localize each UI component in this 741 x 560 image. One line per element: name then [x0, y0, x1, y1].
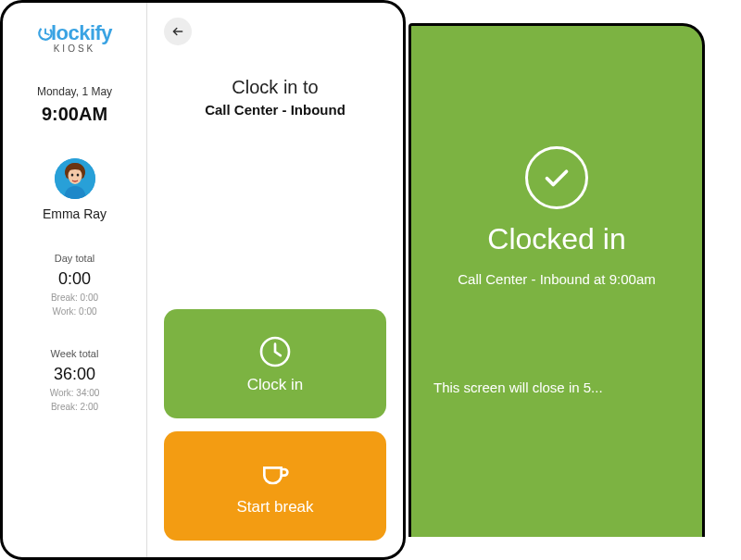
svg-point-6	[70, 173, 73, 176]
check-icon	[540, 161, 573, 194]
avatar[interactable]	[55, 158, 95, 199]
clockin-header: Clock in to Call Center - Inbound	[164, 77, 386, 118]
username: Emma Ray	[43, 206, 107, 221]
current-date: Monday, 1 May	[37, 85, 112, 98]
kiosk-panel: lockify KIOSK Monday, 1 May 9:00AM Emma …	[0, 0, 406, 560]
cup-icon	[257, 455, 294, 492]
clockin-subtitle: Call Center - Inbound	[164, 102, 386, 118]
confirm-detail: Call Center - Inbound at 9:00am	[458, 271, 655, 287]
avatar-icon	[55, 158, 95, 199]
start-break-button[interactable]: Start break	[164, 431, 386, 541]
day-total-label: Day total	[10, 253, 139, 264]
week-total-value: 36:00	[10, 365, 139, 384]
clockin-title: Clock in to	[164, 77, 386, 98]
clock-icon	[257, 333, 294, 370]
back-button[interactable]	[164, 18, 192, 45]
day-break: Break: 0:00	[10, 292, 139, 303]
sidebar: lockify KIOSK Monday, 1 May 9:00AM Emma …	[3, 3, 147, 557]
main-content: Clock in to Call Center - Inbound Clock …	[147, 3, 403, 557]
svg-line-2	[45, 33, 49, 35]
confirm-panel: Clocked in Call Center - Inbound at 9:00…	[408, 23, 705, 537]
day-total-value: 0:00	[10, 269, 139, 289]
week-work: Work: 34:00	[10, 388, 139, 398]
start-break-label: Start break	[236, 498, 313, 516]
day-work: Work: 0:00	[10, 306, 139, 317]
week-total-label: Week total	[10, 348, 139, 359]
clock-in-button[interactable]: Clock in	[164, 309, 386, 418]
current-time: 9:00AM	[42, 104, 107, 125]
svg-point-7	[76, 173, 79, 176]
confirm-title: Clocked in	[487, 222, 625, 256]
confirm-close-msg: This screen will close in 5...	[432, 380, 603, 395]
day-total-block: Day total 0:00 Break: 0:00 Work: 0:00	[10, 253, 139, 317]
check-circle	[525, 146, 588, 209]
arrow-left-icon	[171, 25, 184, 38]
brand-name: lockify	[51, 21, 112, 44]
week-total-block: Week total 36:00 Work: 34:00 Break: 2:00	[10, 348, 139, 412]
logo: lockify KIOSK	[37, 21, 112, 54]
clock-in-label: Clock in	[247, 376, 303, 394]
week-break: Break: 2:00	[10, 402, 139, 412]
